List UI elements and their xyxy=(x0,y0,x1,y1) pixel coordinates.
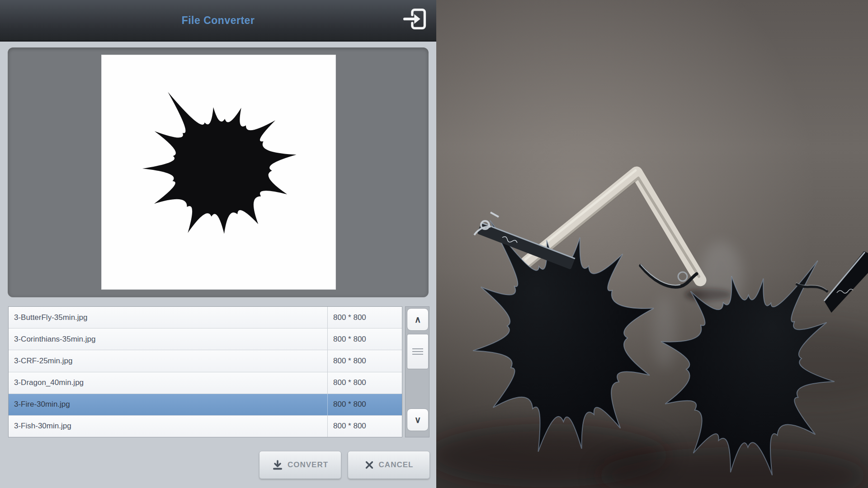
cancel-x-icon xyxy=(364,460,374,470)
preview-canvas xyxy=(102,55,335,289)
file-size: 800 * 800 xyxy=(327,394,402,415)
file-name: 3-Corinthians-35min.jpg xyxy=(9,335,327,344)
cancel-button[interactable]: CANCEL xyxy=(348,451,430,479)
product-photo xyxy=(436,0,868,488)
file-converter-window: File Converter 3-ButterFly-35min.jpg800 … xyxy=(0,0,436,488)
titlebar: File Converter xyxy=(0,0,436,42)
download-icon xyxy=(272,460,283,470)
file-row[interactable]: 3-ButterFly-35min.jpg800 * 800 xyxy=(9,307,402,328)
file-size: 800 * 800 xyxy=(327,416,402,437)
file-name: 3-ButterFly-35min.jpg xyxy=(9,313,327,322)
convert-button[interactable]: CONVERT xyxy=(259,451,341,479)
preview-area xyxy=(8,47,429,297)
scrollbar-thumb[interactable] xyxy=(407,334,429,369)
cancel-label: CANCEL xyxy=(379,460,414,469)
file-row-selected[interactable]: 3-Fire-30min.jpg800 * 800 xyxy=(9,394,402,416)
file-row[interactable]: 3-Dragon_40min.jpg800 * 800 xyxy=(9,372,402,394)
file-name: 3-CRF-25min.jpg xyxy=(9,357,327,366)
chevron-down-icon: ∨ xyxy=(415,414,421,425)
file-size: 800 * 800 xyxy=(327,307,402,328)
flame-preview-image xyxy=(102,55,335,289)
flame-sunglasses-photo xyxy=(436,0,868,488)
file-size: 800 * 800 xyxy=(327,328,402,350)
file-row[interactable]: 3-CRF-25min.jpg800 * 800 xyxy=(9,350,402,372)
screenshot-root: File Converter 3-ButterFly-35min.jpg800 … xyxy=(0,0,868,488)
window-title: File Converter xyxy=(182,14,255,27)
file-size: 800 * 800 xyxy=(327,350,402,371)
chevron-up-icon: ∧ xyxy=(415,314,421,325)
scroll-up-button[interactable]: ∧ xyxy=(407,308,429,331)
scroll-down-button[interactable]: ∨ xyxy=(407,408,429,431)
scrollbar[interactable]: ∧ ∨ xyxy=(405,306,429,437)
exit-icon xyxy=(401,5,430,33)
file-row[interactable]: 3-Fish-30min.jpg800 * 800 xyxy=(9,416,402,437)
file-name: 3-Fish-30min.jpg xyxy=(9,422,327,431)
file-size: 800 * 800 xyxy=(327,372,402,394)
file-list: 3-ButterFly-35min.jpg800 * 8003-Corinthi… xyxy=(8,306,402,437)
file-row[interactable]: 3-Corinthians-35min.jpg800 * 800 xyxy=(9,328,402,350)
convert-label: CONVERT xyxy=(288,460,328,469)
exit-button[interactable] xyxy=(401,5,430,33)
file-name: 3-Fire-30min.jpg xyxy=(9,400,327,409)
file-name: 3-Dragon_40min.jpg xyxy=(9,378,327,387)
